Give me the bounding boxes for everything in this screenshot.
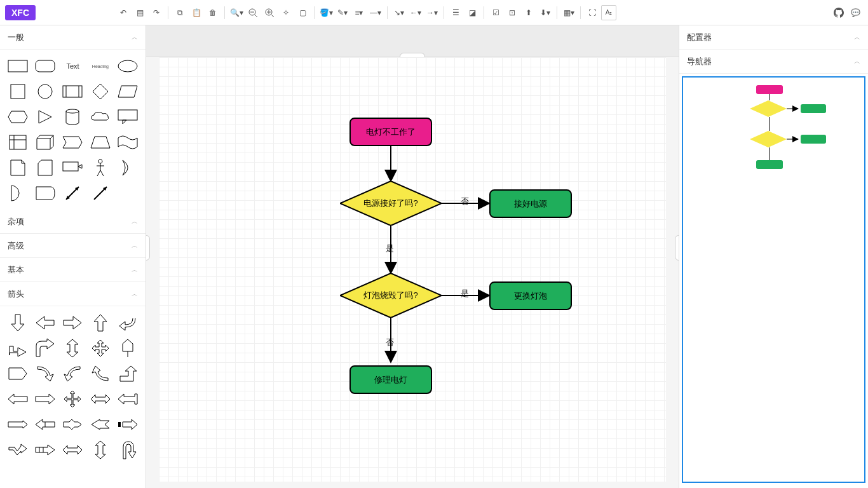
canvas-area[interactable]: 电灯不工作了 电源接好了吗? 否 是 接好电源 灯泡烧毁了吗? 是 否 更换灯泡… <box>146 25 679 488</box>
arrow-right[interactable] <box>60 311 85 334</box>
shape-rect[interactable] <box>5 55 30 78</box>
zoom-search-icon[interactable]: 🔍▾ <box>229 5 244 20</box>
shape-table[interactable] <box>5 131 30 154</box>
flowchart-decision2[interactable]: 灯泡烧毁了吗? <box>340 273 442 318</box>
shape-triangle[interactable] <box>32 105 57 128</box>
flowchart-action3[interactable]: 修理电灯 <box>349 365 432 394</box>
arrow-leftright-wide[interactable] <box>60 438 85 461</box>
fit-icon[interactable]: ✧ <box>278 5 294 20</box>
group-icon[interactable]: ⊡ <box>505 5 520 20</box>
minimap[interactable] <box>682 76 865 483</box>
arrow-u-turn[interactable] <box>32 337 57 360</box>
arrow-zigzag[interactable] <box>5 438 30 461</box>
arrow-right-hollow[interactable] <box>32 388 57 410</box>
layers-icon[interactable]: ☰ <box>448 5 463 20</box>
shape-rounded-rect[interactable] <box>32 55 57 78</box>
arrow-left[interactable] <box>32 311 57 334</box>
arrow-chevron-left[interactable] <box>88 413 112 436</box>
flowchart-decision1[interactable]: 电源接好了吗? <box>340 181 442 226</box>
navigator-panel-header[interactable]: 导航器 ︿ <box>679 50 868 74</box>
shape-trapezoid[interactable] <box>88 131 112 154</box>
arrow-corner-up[interactable] <box>116 362 140 385</box>
arrow-pentagon[interactable] <box>5 362 30 385</box>
shape-circle[interactable] <box>32 80 57 103</box>
shape-double-arrow[interactable] <box>60 182 85 205</box>
grid-icon[interactable]: ▦▾ <box>561 5 576 20</box>
send-back-icon[interactable]: ⬇▾ <box>538 5 553 20</box>
arrow-left-double[interactable] <box>32 413 57 436</box>
canvas-left-handle[interactable] <box>146 235 150 261</box>
shape-actor[interactable] <box>88 156 112 179</box>
arrow-corner-up-right[interactable] <box>5 337 30 360</box>
shadow-icon[interactable]: ◪ <box>465 5 480 20</box>
canvas-right-handle[interactable] <box>675 235 679 261</box>
section-misc[interactable]: 杂项 ︿ <box>0 210 146 234</box>
shape-hexagon[interactable] <box>5 105 30 128</box>
stroke-icon[interactable]: ✎▾ <box>335 5 350 20</box>
arrow-quad[interactable] <box>88 337 112 360</box>
frame-icon[interactable]: ▢ <box>295 5 310 20</box>
section-advanced[interactable]: 高级 ︿ <box>0 234 146 258</box>
connector-icon[interactable]: ↘▾ <box>391 5 407 20</box>
copy-icon[interactable]: ⧉ <box>172 5 187 20</box>
zoom-in-icon[interactable] <box>262 5 277 20</box>
line-icon[interactable]: —▾ <box>368 5 383 20</box>
arrow-leftright-thin[interactable] <box>88 388 112 410</box>
shape-diamond[interactable] <box>88 80 112 103</box>
bring-front-icon[interactable]: ⬆ <box>521 5 536 20</box>
arrow-right-stripe[interactable] <box>116 413 140 436</box>
line-style-icon[interactable]: ≡▾ <box>351 5 367 20</box>
shape-cylinder[interactable] <box>60 105 85 128</box>
flowchart-action1[interactable]: 接好电源 <box>489 189 572 218</box>
section-arrows[interactable]: 箭头 ︿ <box>0 282 146 306</box>
arrow-right-segmented[interactable] <box>32 438 57 461</box>
shape-square[interactable] <box>5 80 30 103</box>
canvas[interactable]: 电灯不工作了 电源接好了吗? 否 是 接好电源 灯泡烧毁了吗? 是 否 更换灯泡… <box>159 57 666 482</box>
arrow-up[interactable] <box>88 311 112 334</box>
shape-halfcircle[interactable] <box>5 182 30 205</box>
shape-cube[interactable] <box>32 131 57 154</box>
page-icon[interactable]: ▤ <box>132 5 147 20</box>
arrow-updown-small[interactable] <box>88 438 112 461</box>
image-icon[interactable]: ☑ <box>488 5 503 20</box>
arrow-down[interactable] <box>5 311 30 334</box>
arrow-bent[interactable] <box>60 413 85 436</box>
zoom-out-icon[interactable] <box>245 5 261 20</box>
arrow-left-bar[interactable] <box>116 388 140 410</box>
arrow-move[interactable] <box>60 388 85 410</box>
fill-icon[interactable]: 🪣▾ <box>318 5 334 20</box>
shape-text[interactable]: Text <box>60 55 85 78</box>
shape-note[interactable] <box>5 156 30 179</box>
shape-card[interactable] <box>32 156 57 179</box>
shape-parallelogram[interactable] <box>116 80 140 103</box>
arrow-updown[interactable] <box>60 337 85 360</box>
shape-process[interactable] <box>60 80 85 103</box>
fullscreen-icon[interactable]: ⛶ <box>585 5 600 20</box>
arrow-milestone[interactable] <box>116 337 140 360</box>
shape-cloud[interactable] <box>88 105 112 128</box>
redo-icon[interactable]: ↷ <box>149 5 164 20</box>
arrow-start-icon[interactable]: ←▾ <box>408 5 423 20</box>
arrow-right-flat[interactable] <box>5 413 30 436</box>
delete-icon[interactable]: 🗑 <box>205 5 220 20</box>
arrow-end-icon[interactable]: →▾ <box>424 5 440 20</box>
format-icon[interactable]: A₂ <box>601 5 616 20</box>
shape-callout[interactable] <box>116 105 140 128</box>
arrow-curve-down[interactable] <box>32 362 57 385</box>
shape-step[interactable] <box>60 131 85 154</box>
flowchart-action2[interactable]: 更换灯泡 <box>489 281 572 310</box>
shape-callout2[interactable] <box>60 156 85 179</box>
shape-ellipse[interactable] <box>116 55 140 78</box>
section-general[interactable]: 一般 ︿ <box>0 25 146 50</box>
github-icon[interactable] <box>831 5 846 20</box>
shape-display[interactable] <box>32 182 57 205</box>
comment-icon[interactable]: 💬 <box>848 5 863 20</box>
shape-tape[interactable] <box>116 131 140 154</box>
paste-icon[interactable]: 📋 <box>189 5 204 20</box>
arrow-uturn-right[interactable] <box>116 438 140 461</box>
undo-icon[interactable]: ↶ <box>116 5 131 20</box>
arrow-left-long[interactable] <box>5 388 30 410</box>
shape-crescent[interactable] <box>116 156 140 179</box>
flowchart-start[interactable]: 电灯不工作了 <box>349 118 432 146</box>
arrow-swoosh-left[interactable] <box>88 362 112 385</box>
